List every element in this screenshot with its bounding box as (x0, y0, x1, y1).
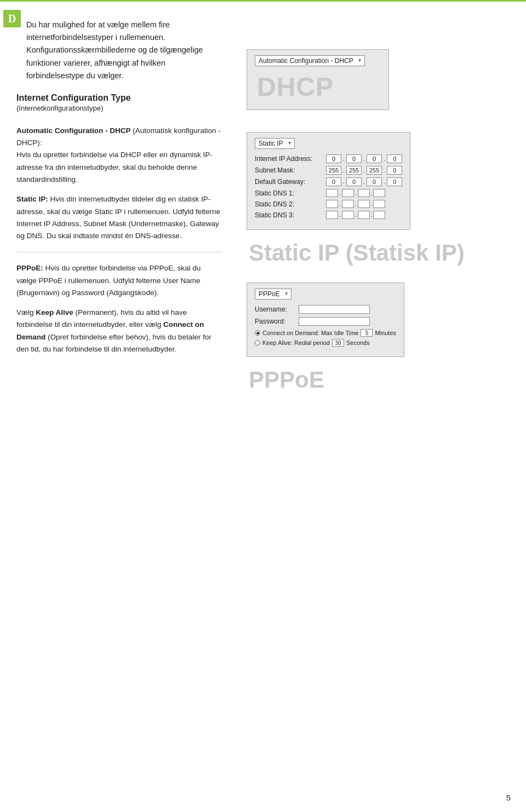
dhcp-screenshot: Automatic Configuration - DHCP DHCP (247, 49, 389, 110)
dns1-octet-2[interactable] (342, 189, 354, 197)
page-number: 5 (506, 793, 511, 802)
dns1-fields: . . . (326, 189, 385, 197)
gw-octet-4[interactable]: 0 (387, 177, 402, 186)
subnet-mask-row: Subnet Mask: 255 . 255 . 255 . 0 (255, 166, 402, 175)
section-divider (16, 252, 222, 252)
ip-octet-4[interactable]: 0 (387, 154, 402, 163)
pppoe-heading: PPPoE: (16, 264, 43, 272)
dns2-label: Static DNS 2: (255, 200, 326, 208)
dns1-label: Static DNS 1: (255, 189, 326, 197)
ip-octet-2[interactable]: 0 (346, 154, 362, 163)
dns2-octet-4[interactable] (373, 200, 385, 208)
ip-octet-1[interactable]: 0 (326, 154, 341, 163)
radio-connect-demand[interactable] (255, 330, 260, 336)
internet-ip-fields: 0 . 0 . 0 . 0 (326, 154, 402, 163)
minutes-label: Minutes (375, 330, 396, 336)
dhcp-section: Automatic Configuration - DHCP (Automati… (16, 125, 222, 186)
pppoe-dropdown[interactable]: PPPoE (255, 289, 291, 300)
gateway-row: Default Gateway: 0 . 0 . 0 . 0 (255, 177, 402, 186)
dns3-octet-1[interactable] (326, 211, 338, 219)
dns3-octet-2[interactable] (342, 211, 354, 219)
subnet-octet-4[interactable]: 0 (387, 166, 402, 175)
subnet-octet-2[interactable]: 255 (346, 166, 362, 175)
dns3-label: Static DNS 3: (255, 211, 326, 219)
connect-on-demand-row: Connect on Demand: Max Idle Time 5 Minut… (255, 329, 396, 337)
keep-alive-text: Keep Alive: Redial period (262, 339, 330, 346)
dns1-octet-1[interactable] (326, 189, 338, 197)
intro-text: Du har mulighed for at vælge mellem fire… (26, 19, 222, 82)
pppoe-section: PPPoE: Hvis du opretter forbindelse via … (16, 262, 222, 299)
password-row: Password: (255, 317, 396, 326)
pppoe-keepalive-section: Vælg Keep Alive (Permanent), hvis du alt… (16, 307, 222, 355)
internet-ip-row: Internet IP Address: 0 . 0 . 0 . 0 (255, 154, 402, 163)
username-input[interactable] (299, 305, 370, 314)
username-row: Username: (255, 305, 396, 314)
pppoe-screenshot-section: PPPoE Username: Password: (247, 283, 404, 393)
dns2-octet-1[interactable] (326, 200, 338, 208)
subnet-octet-3[interactable]: 255 (367, 166, 382, 175)
static-ip-screenshot: Static IP Internet IP Address: 0 . 0 . (247, 132, 410, 230)
dns3-octet-3[interactable] (358, 211, 370, 219)
gateway-label: Default Gateway: (255, 178, 326, 186)
dhcp-big-label: DHCP (257, 72, 381, 102)
subnet-octet-1[interactable]: 255 (326, 166, 341, 175)
gw-octet-1[interactable]: 0 (326, 177, 341, 186)
static-ip-big-label: Static IP (Statisk IP) (249, 240, 465, 266)
gateway-fields: 0 . 0 . 0 . 0 (326, 177, 402, 186)
password-input[interactable] (299, 317, 370, 326)
ip-octet-3[interactable]: 0 (367, 154, 382, 163)
right-column: Automatic Configuration - DHCP DHCP Stat… (236, 0, 526, 812)
static-ip-dropdown[interactable]: Static IP (255, 138, 295, 149)
internet-ip-label: Internet IP Address: (255, 155, 326, 163)
pppoe-big-label: PPPoE (249, 367, 324, 393)
static-ip-screenshot-section: Static IP Internet IP Address: 0 . 0 . (247, 132, 465, 266)
section-heading: Internet Configuration Type (Internetkon… (16, 93, 222, 113)
subnet-fields: 255 . 255 . 255 . 0 (326, 166, 402, 175)
dns3-row: Static DNS 3: . . . (255, 211, 402, 219)
gw-octet-2[interactable]: 0 (346, 177, 362, 186)
dns3-fields: . . . (326, 211, 385, 219)
dhcp-dropdown[interactable]: Automatic Configuration - DHCP (255, 55, 365, 66)
radio-keep-alive[interactable] (255, 340, 260, 345)
static-ip-heading: Static IP: (16, 195, 48, 203)
subnet-mask-label: Subnet Mask: (255, 166, 326, 174)
redial-period-input[interactable]: 30 (332, 339, 344, 347)
chapter-marker: D (3, 10, 21, 27)
connect-on-demand-text: Connect on Demand: Max Idle Time (262, 330, 358, 336)
pppoe-screenshot: PPPoE Username: Password: (247, 283, 404, 357)
dns2-row: Static DNS 2: . . . (255, 200, 402, 208)
dns1-row: Static DNS 1: . . . (255, 189, 402, 197)
dns2-fields: . . . (326, 200, 385, 208)
username-label: Username: (255, 306, 299, 313)
password-label: Password: (255, 318, 299, 325)
top-divider (0, 0, 526, 2)
dns1-octet-4[interactable] (373, 189, 385, 197)
dhcp-screenshot-section: Automatic Configuration - DHCP DHCP (247, 49, 389, 116)
max-idle-time-input[interactable]: 5 (361, 329, 373, 337)
dns2-octet-3[interactable] (358, 200, 370, 208)
dns3-octet-4[interactable] (373, 211, 385, 219)
dns2-octet-2[interactable] (342, 200, 354, 208)
static-ip-section: Static IP: Hvis din internetudbyder tild… (16, 193, 222, 242)
left-column: Du har mulighed for at vælge mellem fire… (0, 0, 236, 812)
dns1-octet-3[interactable] (358, 189, 370, 197)
seconds-label: Seconds (346, 339, 370, 346)
gw-octet-3[interactable]: 0 (367, 177, 382, 186)
keep-alive-row: Keep Alive: Redial period 30 Seconds (255, 339, 396, 347)
